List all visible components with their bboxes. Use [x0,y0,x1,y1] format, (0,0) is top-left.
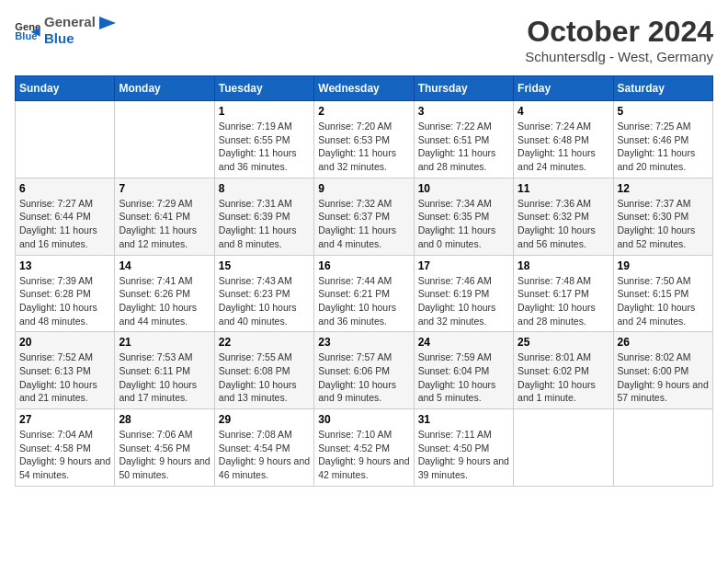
calendar-cell [16,101,115,178]
day-detail: Sunrise: 8:02 AM Sunset: 6:00 PM Dayligh… [618,350,709,405]
logo-general-text: General [44,14,96,29]
day-number: 5 [618,105,709,118]
day-detail: Sunrise: 7:44 AM Sunset: 6:21 PM Dayligh… [318,274,409,328]
calendar-cell: 21Sunrise: 7:53 AM Sunset: 6:11 PM Dayli… [115,332,214,409]
day-detail: Sunrise: 7:50 AM Sunset: 6:15 PM Dayligh… [618,274,709,328]
page-header: General Blue General Blue October 2024 S… [15,15,713,64]
calendar-cell: 5Sunrise: 7:25 AM Sunset: 6:46 PM Daylig… [613,101,712,178]
calendar-cell: 31Sunrise: 7:11 AM Sunset: 4:50 PM Dayli… [414,409,513,487]
day-detail: Sunrise: 7:37 AM Sunset: 6:30 PM Dayligh… [618,197,709,251]
day-number: 15 [219,259,310,272]
calendar-cell: 26Sunrise: 8:02 AM Sunset: 6:00 PM Dayli… [613,332,712,409]
calendar-cell: 6Sunrise: 7:27 AM Sunset: 6:44 PM Daylig… [16,178,115,255]
calendar-table: SundayMondayTuesdayWednesdayThursdayFrid… [15,75,713,487]
svg-marker-3 [99,17,116,29]
svg-text:Blue: Blue [15,30,37,41]
logo-icon: General Blue [15,19,40,41]
column-header-monday: Monday [115,76,214,101]
calendar-cell [115,101,214,178]
day-detail: Sunrise: 8:01 AM Sunset: 6:02 PM Dayligh… [518,350,609,405]
day-number: 18 [518,259,609,272]
day-detail: Sunrise: 7:34 AM Sunset: 6:35 PM Dayligh… [418,197,509,251]
day-number: 10 [418,182,509,195]
day-number: 23 [318,336,409,349]
day-detail: Sunrise: 7:36 AM Sunset: 6:32 PM Dayligh… [518,197,609,251]
day-detail: Sunrise: 7:52 AM Sunset: 6:13 PM Dayligh… [19,350,110,405]
calendar-cell: 4Sunrise: 7:24 AM Sunset: 6:48 PM Daylig… [514,101,613,178]
day-detail: Sunrise: 7:53 AM Sunset: 6:11 PM Dayligh… [119,350,210,405]
logo-blue-text: Blue [44,30,116,46]
day-number: 8 [219,182,310,195]
day-number: 20 [19,336,110,349]
calendar-cell: 14Sunrise: 7:41 AM Sunset: 6:26 PM Dayli… [115,255,214,332]
column-header-wednesday: Wednesday [314,76,414,101]
day-number: 28 [119,413,210,426]
calendar-cell: 30Sunrise: 7:10 AM Sunset: 4:52 PM Dayli… [314,409,414,487]
calendar-cell: 28Sunrise: 7:06 AM Sunset: 4:56 PM Dayli… [115,409,214,487]
calendar-cell: 25Sunrise: 8:01 AM Sunset: 6:02 PM Dayli… [514,332,613,409]
calendar-week-row: 13Sunrise: 7:39 AM Sunset: 6:28 PM Dayli… [16,255,713,332]
calendar-week-row: 1Sunrise: 7:19 AM Sunset: 6:55 PM Daylig… [16,101,713,178]
day-number: 25 [518,336,609,349]
logo: General Blue General Blue [15,15,116,46]
calendar-cell: 23Sunrise: 7:57 AM Sunset: 6:06 PM Dayli… [314,332,414,409]
calendar-cell: 29Sunrise: 7:08 AM Sunset: 4:54 PM Dayli… [214,409,313,487]
day-detail: Sunrise: 7:48 AM Sunset: 6:17 PM Dayligh… [518,274,609,328]
day-number: 11 [518,182,609,195]
column-header-friday: Friday [514,76,613,101]
day-number: 30 [318,413,409,426]
calendar-cell: 9Sunrise: 7:32 AM Sunset: 6:37 PM Daylig… [314,178,414,255]
day-detail: Sunrise: 7:04 AM Sunset: 4:58 PM Dayligh… [19,428,110,482]
day-number: 19 [618,259,709,272]
day-detail: Sunrise: 7:27 AM Sunset: 6:44 PM Dayligh… [19,197,110,251]
day-number: 22 [219,336,310,349]
day-number: 31 [418,413,509,426]
day-detail: Sunrise: 7:19 AM Sunset: 6:55 PM Dayligh… [219,120,310,174]
day-detail: Sunrise: 7:55 AM Sunset: 6:08 PM Dayligh… [219,350,310,405]
day-number: 29 [219,413,310,426]
day-detail: Sunrise: 7:39 AM Sunset: 6:28 PM Dayligh… [19,274,110,328]
calendar-cell: 3Sunrise: 7:22 AM Sunset: 6:51 PM Daylig… [414,101,513,178]
calendar-cell: 16Sunrise: 7:44 AM Sunset: 6:21 PM Dayli… [314,255,414,332]
calendar-cell: 8Sunrise: 7:31 AM Sunset: 6:39 PM Daylig… [214,178,313,255]
column-header-thursday: Thursday [414,76,513,101]
column-header-sunday: Sunday [16,76,115,101]
day-detail: Sunrise: 7:59 AM Sunset: 6:04 PM Dayligh… [418,350,509,405]
calendar-cell: 15Sunrise: 7:43 AM Sunset: 6:23 PM Dayli… [214,255,313,332]
day-detail: Sunrise: 7:29 AM Sunset: 6:41 PM Dayligh… [119,197,210,251]
column-header-tuesday: Tuesday [214,76,313,101]
calendar-week-row: 27Sunrise: 7:04 AM Sunset: 4:58 PM Dayli… [16,409,713,487]
day-number: 16 [318,259,409,272]
day-number: 17 [418,259,509,272]
calendar-week-row: 20Sunrise: 7:52 AM Sunset: 6:13 PM Dayli… [16,332,713,409]
day-number: 6 [19,182,110,195]
calendar-cell [514,409,613,487]
day-detail: Sunrise: 7:32 AM Sunset: 6:37 PM Dayligh… [318,197,409,251]
day-detail: Sunrise: 7:43 AM Sunset: 6:23 PM Dayligh… [219,274,310,328]
calendar-cell: 10Sunrise: 7:34 AM Sunset: 6:35 PM Dayli… [414,178,513,255]
day-detail: Sunrise: 7:08 AM Sunset: 4:54 PM Dayligh… [219,428,310,482]
day-detail: Sunrise: 7:20 AM Sunset: 6:53 PM Dayligh… [318,120,409,174]
calendar-cell: 19Sunrise: 7:50 AM Sunset: 6:15 PM Dayli… [613,255,712,332]
day-detail: Sunrise: 7:10 AM Sunset: 4:52 PM Dayligh… [318,428,409,482]
day-number: 1 [219,105,310,118]
month-title: October 2024 [525,15,713,49]
calendar-cell: 13Sunrise: 7:39 AM Sunset: 6:28 PM Dayli… [16,255,115,332]
calendar-cell: 7Sunrise: 7:29 AM Sunset: 6:41 PM Daylig… [115,178,214,255]
day-detail: Sunrise: 7:25 AM Sunset: 6:46 PM Dayligh… [618,120,709,174]
calendar-cell [613,409,712,487]
day-detail: Sunrise: 7:24 AM Sunset: 6:48 PM Dayligh… [518,120,609,174]
calendar-week-row: 6Sunrise: 7:27 AM Sunset: 6:44 PM Daylig… [16,178,713,255]
day-detail: Sunrise: 7:22 AM Sunset: 6:51 PM Dayligh… [418,120,509,174]
day-detail: Sunrise: 7:31 AM Sunset: 6:39 PM Dayligh… [219,197,310,251]
column-header-saturday: Saturday [613,76,712,101]
logo-triangle-icon [99,17,116,29]
day-number: 27 [19,413,110,426]
day-number: 12 [618,182,709,195]
day-number: 26 [618,336,709,349]
calendar-header-row: SundayMondayTuesdayWednesdayThursdayFrid… [16,76,713,101]
calendar-cell: 1Sunrise: 7:19 AM Sunset: 6:55 PM Daylig… [214,101,313,178]
day-number: 24 [418,336,509,349]
calendar-cell: 27Sunrise: 7:04 AM Sunset: 4:58 PM Dayli… [16,409,115,487]
day-detail: Sunrise: 7:06 AM Sunset: 4:56 PM Dayligh… [119,428,210,482]
